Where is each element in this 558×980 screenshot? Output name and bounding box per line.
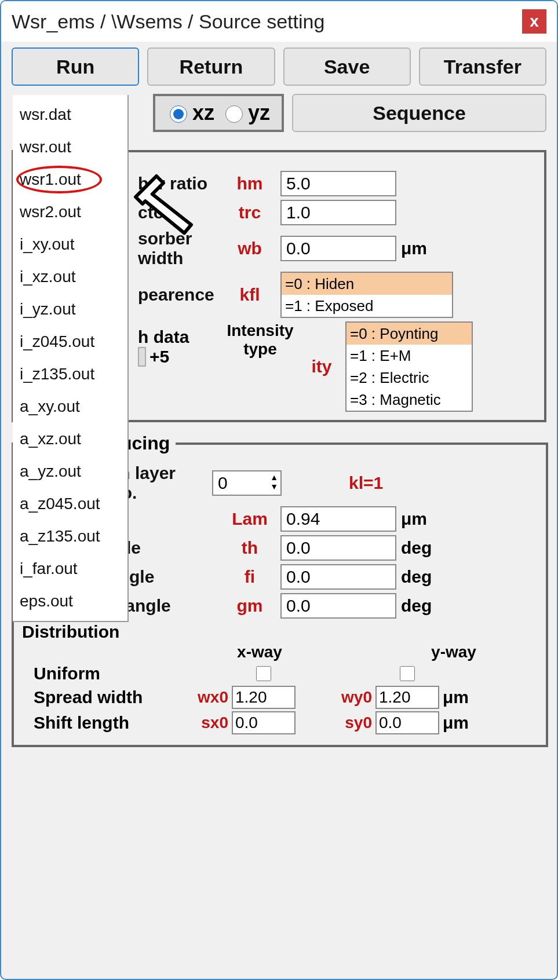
ity-label1: Intensity — [223, 321, 298, 340]
uniform-label: Uniform — [22, 664, 184, 683]
plane-yz-radio[interactable]: yz — [223, 101, 270, 125]
file-dropdown-item[interactable]: eps.out — [13, 585, 127, 617]
transfer-button[interactable]: Transfer — [419, 47, 546, 86]
save-button[interactable]: Save — [283, 47, 411, 86]
sx0-input[interactable] — [232, 711, 296, 734]
file-dropdown-item[interactable]: wsr.dat — [13, 98, 127, 131]
gm-symbol: gm — [224, 596, 276, 616]
close-icon[interactable]: x — [522, 9, 546, 34]
file-dropdown-item[interactable]: a_z135.out — [13, 520, 127, 553]
ity-option[interactable]: =1 : E+M — [347, 345, 472, 367]
dist-title: Distribution — [22, 622, 538, 642]
spread-label: Spread width — [22, 688, 184, 707]
layer-spinner[interactable]: 0 ▲▼ — [212, 470, 282, 496]
shift-label: Shift length — [22, 713, 184, 733]
wx0-symbol: wx0 — [188, 688, 228, 707]
trc-input[interactable] — [280, 200, 396, 225]
main-button-row: Run Return Save Transfer — [12, 47, 546, 86]
wy0-symbol: wy0 — [326, 688, 372, 707]
shift-unit: μm — [443, 713, 483, 733]
file-dropdown-item[interactable]: wsr.out — [13, 131, 127, 163]
trc-symbol: trc — [224, 203, 276, 222]
return-button[interactable]: Return — [147, 47, 275, 86]
hm-symbol: hm — [224, 174, 276, 193]
file-dropdown-item[interactable]: i_far.out — [13, 553, 127, 585]
th-symbol: th — [224, 538, 276, 558]
th-unit: deg — [401, 538, 453, 558]
file-dropdown-item[interactable]: wsr1.out — [13, 163, 127, 196]
kfl-selector[interactable]: =0 : Hiden=1 : Exposed — [280, 272, 453, 318]
annotation-arrow-icon — [129, 169, 198, 243]
fi-unit: deg — [401, 567, 453, 587]
window-title: Wsr_ems / \Wsems / Source setting — [12, 10, 522, 33]
uniform-y-checkbox[interactable] — [400, 666, 415, 681]
file-dropdown[interactable]: wsr.datwsr.outwsr1.outwsr2.outi_xy.outi_… — [13, 95, 129, 622]
spread-unit: μm — [443, 688, 483, 707]
file-dropdown-item[interactable]: i_xz.out — [13, 261, 127, 293]
run-button[interactable]: Run — [12, 47, 139, 86]
source-setting-window: Wsr_ems / \Wsems / Source setting x Run … — [0, 0, 558, 980]
lam-input[interactable] — [280, 506, 396, 532]
gm-input[interactable] — [280, 593, 396, 619]
lam-unit: μm — [401, 509, 453, 529]
fi-symbol: fi — [224, 567, 276, 587]
file-dropdown-item[interactable]: i_z045.out — [13, 326, 127, 358]
ity-option[interactable]: =3 : Magnetic — [347, 389, 472, 411]
kl-label: kl=1 — [349, 473, 418, 493]
file-dropdown-item[interactable]: a_xz.out — [13, 423, 127, 455]
file-dropdown-item[interactable]: wsr2.out — [13, 196, 127, 228]
wx0-input[interactable] — [232, 686, 296, 709]
spinner-icon[interactable]: ▲▼ — [270, 473, 278, 491]
ity-symbol: ity — [301, 357, 342, 376]
kfl-symbol: kfl — [224, 285, 276, 305]
sx0-symbol: sx0 — [188, 714, 228, 732]
wy0-input[interactable] — [375, 686, 439, 709]
file-dropdown-item[interactable]: i_z135.out — [13, 358, 127, 390]
ity-option[interactable]: =0 : Poynting — [347, 323, 472, 345]
ity-selector[interactable]: =0 : Poynting=1 : E+M=2 : Electric=3 : M… — [345, 321, 473, 412]
file-dropdown-item[interactable]: a_xy.out — [13, 390, 127, 423]
uniform-x-checkbox[interactable] — [256, 666, 271, 681]
xway-header: x-way — [219, 643, 300, 661]
svg-marker-0 — [136, 176, 191, 233]
gm-unit: deg — [401, 596, 453, 616]
titlebar: Wsr_ems / \Wsems / Source setting x — [1, 1, 557, 42]
fi-input[interactable] — [280, 564, 396, 590]
wb-symbol: wb — [224, 239, 276, 258]
file-dropdown-item[interactable]: i_xy.out — [13, 228, 127, 261]
sy0-symbol: sy0 — [326, 714, 372, 732]
ity-label2: type — [223, 340, 298, 359]
file-dropdown-item[interactable]: a_z045.out — [13, 488, 127, 520]
sequence-button[interactable]: Sequence — [292, 94, 546, 132]
wb-unit: μm — [401, 239, 453, 258]
yway-header: y-way — [404, 643, 503, 661]
file-dropdown-item[interactable]: i_yz.out — [13, 293, 127, 326]
file-dropdown-item[interactable]: a_yz.out — [13, 455, 127, 488]
hm-input[interactable] — [280, 171, 396, 196]
ity-option[interactable]: =2 : Electric — [347, 367, 472, 389]
th-input[interactable] — [280, 535, 396, 561]
wb-input[interactable] — [280, 236, 396, 261]
lam-symbol: Lam — [224, 509, 276, 529]
plane-xz-radio[interactable]: xz — [167, 101, 214, 125]
sy0-input[interactable] — [375, 711, 439, 734]
kfl-option[interactable]: =1 : Exposed — [282, 295, 452, 317]
kfl-option[interactable]: =0 : Hiden — [282, 273, 452, 295]
plane-radio-group: xz yz — [153, 94, 284, 132]
